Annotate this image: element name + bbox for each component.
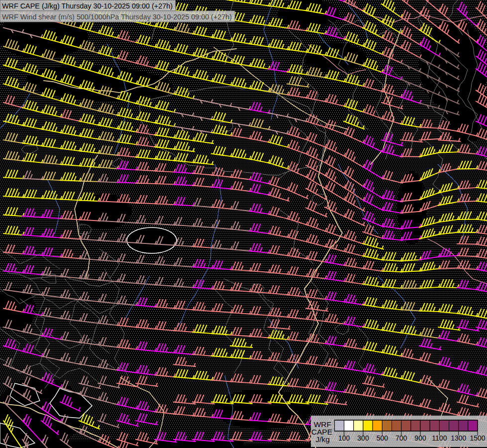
svg-text:900: 900	[414, 434, 426, 442]
svg-text:700: 700	[395, 434, 407, 442]
svg-text:1500: 1500	[470, 434, 485, 442]
svg-text:1100: 1100	[432, 434, 447, 442]
svg-text:WRF CAPE (J/kg) Thursday 30-10: WRF CAPE (J/kg) Thursday 30-10-2025 09:0…	[2, 1, 173, 10]
svg-text:100: 100	[338, 434, 350, 442]
svg-text:WRF Wind shear (m/s) 500/1000h: WRF Wind shear (m/s) 500/1000hPa Thursda…	[2, 12, 232, 21]
svg-text:1300: 1300	[451, 434, 466, 442]
svg-text:500: 500	[377, 434, 389, 442]
svg-text:300: 300	[357, 434, 369, 442]
svg-text:J/kg: J/kg	[316, 435, 330, 444]
